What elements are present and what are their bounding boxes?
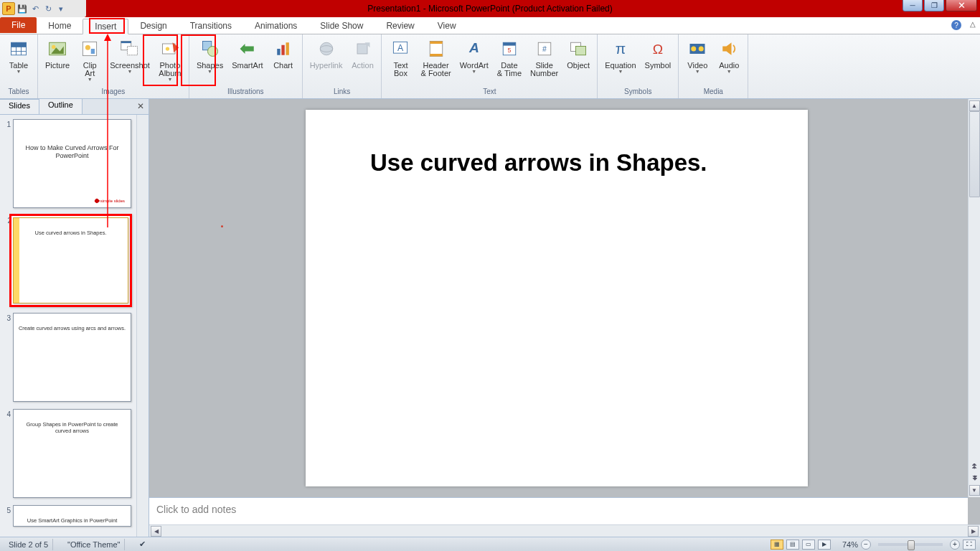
symbol-label: Symbol xyxy=(645,62,672,70)
zoom-slider[interactable] xyxy=(878,543,943,546)
object-button[interactable]: Object xyxy=(562,36,594,87)
save-icon[interactable]: 💾 xyxy=(17,3,28,14)
tab-insert[interactable]: Insert xyxy=(83,19,128,34)
close-panel-icon[interactable]: ✕ xyxy=(137,101,144,111)
object-icon xyxy=(567,37,590,60)
shapes-button[interactable]: Shapes▼ xyxy=(192,36,227,87)
undo-icon[interactable]: ↶ xyxy=(29,3,41,14)
action-label: Action xyxy=(352,62,374,70)
clipart-label: Clip Art xyxy=(83,62,97,77)
thumbnail[interactable]: Use SmartArt Graphics in PowerPoint xyxy=(13,505,131,527)
clipart-button[interactable]: Clip Art▼ xyxy=(74,36,105,87)
thumbnail[interactable]: How to Make Curved Arrows For PowerPoint… xyxy=(13,119,131,208)
smartart-icon xyxy=(236,37,259,60)
thumbnail-row[interactable]: 2 Use curved arrows in Shapes. xyxy=(1,214,147,307)
thumbnails-scrollbar[interactable] xyxy=(136,115,149,537)
thumbnail-row[interactable]: 5 Use SmartArt Graphics in PowerPoint xyxy=(1,504,147,528)
svg-text:A: A xyxy=(468,40,479,55)
svg-text:A: A xyxy=(397,43,404,53)
audio-button[interactable]: Audio▼ xyxy=(713,36,745,87)
headerfooter-button[interactable]: Header & Footer xyxy=(416,36,455,87)
scroll-right-icon[interactable]: ▶ xyxy=(968,526,979,537)
thumbnail-row[interactable]: 4 Group Shapes in PowerPoint to create c… xyxy=(1,408,147,499)
canvas-scroll[interactable]: Use curved arrows in Shapes. ▲ ⯭ ⯯ ▼ xyxy=(149,99,980,497)
next-slide-icon[interactable]: ⯯ xyxy=(969,473,980,483)
tab-transitions[interactable]: Transitions xyxy=(179,18,243,34)
slidenumber-button[interactable]: #Slide Number xyxy=(526,36,562,87)
headerfooter-label: Header & Footer xyxy=(420,62,451,77)
equation-icon: π xyxy=(609,37,632,60)
vertical-scrollbar[interactable]: ▲ ⯭ ⯯ ▼ xyxy=(968,99,980,497)
scrollbar-thumb[interactable] xyxy=(969,111,980,197)
minimize-ribbon-icon[interactable]: △ xyxy=(970,20,976,28)
help-icon[interactable]: ? xyxy=(951,20,961,30)
scroll-down-icon[interactable]: ▼ xyxy=(969,485,980,496)
symbol-button[interactable]: ΩSymbol xyxy=(641,36,676,87)
ribbon-tabs: File Home Insert Design Transitions Anim… xyxy=(0,17,980,34)
fit-to-window-icon[interactable]: ⛶ xyxy=(963,540,976,550)
thumbnail[interactable]: Use curved arrows in Shapes. xyxy=(13,217,128,303)
slideshow-view-icon[interactable]: ▶ xyxy=(818,540,831,550)
action-button[interactable]: Action xyxy=(347,36,378,87)
status-slide-number[interactable]: Slide 2 of 5 xyxy=(4,539,53,550)
hyperlink-button[interactable]: Hyperlink xyxy=(306,36,347,87)
annotation-dot xyxy=(221,225,223,227)
thumbnail[interactable]: Group Shapes in PowerPoint to create cur… xyxy=(13,409,131,498)
scroll-left-icon[interactable]: ◀ xyxy=(151,526,161,537)
chart-button[interactable]: Chart xyxy=(268,36,299,87)
scroll-up-icon[interactable]: ▲ xyxy=(969,100,980,111)
thumbnail-row[interactable]: 1 How to Make Curved Arrows For PowerPoi… xyxy=(1,118,147,209)
normal-view-icon[interactable]: ▦ xyxy=(771,540,783,550)
photoalbum-button[interactable]: Photo Album▼ xyxy=(154,36,186,87)
tab-animations[interactable]: Animations xyxy=(243,18,308,34)
table-button[interactable]: Table ▼ xyxy=(3,36,34,87)
spellcheck-icon[interactable]: ✔ xyxy=(135,539,150,550)
tab-file[interactable]: File xyxy=(0,17,37,33)
powerpoint-icon[interactable]: P xyxy=(2,2,15,15)
quick-access-toolbar: P 💾 ↶ ↻ ▾ xyxy=(0,0,86,17)
side-tab-slides[interactable]: Slides xyxy=(0,99,39,114)
tab-design[interactable]: Design xyxy=(128,18,178,34)
chart-icon xyxy=(272,37,295,60)
notes-pane[interactable]: Click to add notes xyxy=(149,497,968,524)
zoom-out-icon[interactable]: − xyxy=(861,540,871,550)
svg-rect-21 xyxy=(277,49,280,55)
sorter-view-icon[interactable]: ▤ xyxy=(786,540,799,550)
prev-slide-icon[interactable]: ⯭ xyxy=(969,461,980,471)
textbox-button[interactable]: AText Box xyxy=(385,36,416,87)
datetime-button[interactable]: 5Date & Time xyxy=(493,36,526,87)
chart-label: Chart xyxy=(273,62,293,70)
zoom-percent[interactable]: 74% xyxy=(842,540,858,549)
thumbnail-title: Use SmartArt Graphics in PowerPoint xyxy=(18,517,126,524)
tab-review[interactable]: Review xyxy=(374,18,425,34)
thumbnail[interactable]: Create curved arrows using arcs and arro… xyxy=(13,313,131,402)
hyperlink-label: Hyperlink xyxy=(310,62,343,70)
reading-view-icon[interactable]: ▭ xyxy=(802,540,815,550)
repeat-icon[interactable]: ↻ xyxy=(42,3,54,14)
screenshot-button[interactable]: Screenshot▼ xyxy=(105,36,154,87)
equation-button[interactable]: πEquation▼ xyxy=(600,36,640,87)
tab-home[interactable]: Home xyxy=(37,18,83,34)
horizontal-scrollbar[interactable]: ◀ ▶ xyxy=(149,524,980,537)
chevron-down-icon: ▼ xyxy=(471,69,476,74)
picture-button[interactable]: Picture xyxy=(41,36,74,87)
status-theme[interactable]: "Office Theme" xyxy=(63,539,125,550)
close-button[interactable]: ✕ xyxy=(946,0,977,11)
thumbnail-row[interactable]: 3 Create curved arrows using arcs and ar… xyxy=(1,311,147,403)
title-bar: P 💾 ↶ ↻ ▾ Presentation1 - Microsoft Powe… xyxy=(0,0,980,17)
slide[interactable]: Use curved arrows in Shapes. xyxy=(306,110,808,486)
video-button[interactable]: Video▼ xyxy=(682,36,713,87)
svg-rect-13 xyxy=(128,47,138,55)
side-tab-outline[interactable]: Outline xyxy=(39,99,83,114)
smartart-button[interactable]: SmartArt xyxy=(227,36,267,87)
minimize-button[interactable]: ─ xyxy=(903,0,923,11)
wordart-button[interactable]: AWordArt▼ xyxy=(456,36,493,87)
ribbon: Table ▼ Tables Picture Clip Art▼ Screens… xyxy=(0,34,980,99)
zoom-in-icon[interactable]: + xyxy=(950,540,960,550)
tab-slideshow[interactable]: Slide Show xyxy=(308,18,374,34)
slide-title[interactable]: Use curved arrows in Shapes. xyxy=(370,149,707,176)
restore-button[interactable]: ❐ xyxy=(924,0,944,11)
qa-dropdown-icon[interactable]: ▾ xyxy=(55,3,67,14)
tab-view[interactable]: View xyxy=(426,18,468,34)
picture-icon xyxy=(46,37,69,60)
